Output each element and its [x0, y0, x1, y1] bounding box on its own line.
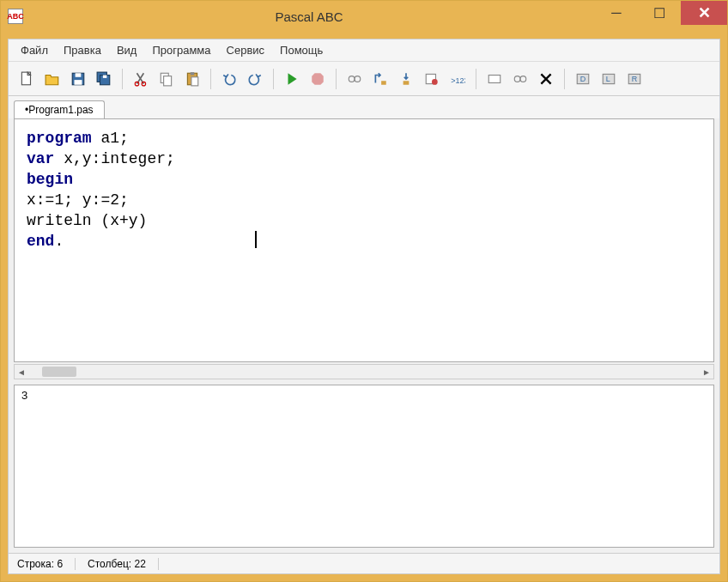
inner-frame: Файл Правка Вид Программа Сервис Помощь [8, 39, 720, 574]
status-col-value: 22 [134, 558, 145, 570]
svg-point-19 [432, 79, 438, 85]
statusbar: Строка: 6 Столбец: 22 [9, 553, 719, 573]
watch-icon [487, 71, 502, 87]
tool-d2-icon: L [601, 71, 616, 87]
run-button[interactable] [281, 68, 303, 90]
new-file-button[interactable] [15, 68, 38, 90]
step-over-icon [373, 71, 388, 87]
save-all-button[interactable] [93, 68, 115, 90]
undo-button[interactable] [218, 68, 240, 90]
svg-rect-3 [75, 80, 82, 85]
copy-button[interactable] [155, 68, 178, 90]
svg-rect-13 [191, 76, 198, 85]
status-line: Строка: 6 [17, 558, 76, 570]
redo-button[interactable] [244, 68, 266, 90]
new-file-icon [19, 71, 34, 87]
toolbar-separator [564, 69, 565, 89]
toolbar-separator [336, 69, 337, 89]
locals-button[interactable] [509, 68, 531, 90]
code-keyword: begin [27, 171, 73, 188]
minimize-button[interactable]: ─ [595, 1, 638, 25]
redo-icon [247, 71, 263, 87]
breakpoint-button[interactable] [421, 68, 443, 90]
cut-icon [133, 71, 149, 87]
scroll-right-arrow[interactable]: ► [700, 365, 713, 379]
maximize-button[interactable]: ☐ [638, 1, 681, 25]
breakpoint-icon [424, 71, 440, 87]
locals-icon [513, 71, 528, 87]
menu-view[interactable]: Вид [110, 41, 144, 59]
tool-d1-button[interactable]: D [572, 68, 594, 90]
svg-rect-21 [488, 75, 500, 82]
step-into-button[interactable] [395, 68, 417, 90]
tool-d3-button[interactable]: R [623, 68, 646, 90]
open-file-button[interactable] [41, 68, 64, 90]
status-col-label: Столбец: [88, 558, 131, 570]
menu-edit[interactable]: Правка [57, 41, 108, 59]
horizontal-scrollbar[interactable]: ◄ ► [14, 364, 714, 379]
status-line-value: 6 [57, 558, 63, 570]
menu-help[interactable]: Помощь [273, 41, 330, 59]
svg-point-15 [355, 76, 361, 82]
step-over-button[interactable] [369, 68, 391, 90]
eval-icon: >123 [450, 71, 465, 87]
paste-button[interactable] [181, 68, 203, 90]
tool-d1-icon: D [575, 71, 591, 87]
close-button[interactable]: ✕ [681, 1, 727, 25]
code-text: . [54, 233, 64, 250]
titlebar: ABC Pascal ABC ─ ☐ ✕ [1, 1, 727, 32]
menu-file[interactable]: Файл [14, 41, 55, 59]
output-panel[interactable]: 3 [14, 385, 714, 548]
scroll-left-arrow[interactable]: ◄ [15, 365, 28, 379]
save-button[interactable] [67, 68, 89, 90]
watch-button[interactable] [483, 68, 506, 90]
svg-point-23 [520, 76, 526, 82]
delete-icon [538, 71, 554, 87]
open-file-icon [45, 71, 60, 87]
toolbar-separator [273, 69, 274, 89]
text-cursor [255, 231, 257, 248]
code-text: x,y:integer; [54, 150, 174, 167]
save-icon [70, 71, 86, 87]
toolbar-separator [122, 69, 123, 89]
svg-text:L: L [606, 75, 610, 83]
code-text: a1; [92, 130, 129, 147]
svg-rect-17 [403, 81, 410, 85]
save-all-icon [96, 71, 112, 87]
scroll-thumb[interactable] [42, 367, 76, 377]
code-editor[interactable]: program a1; var x,y:integer; begin x:=1;… [14, 118, 714, 362]
eval-button[interactable]: >123 [446, 68, 469, 90]
step-into-icon [398, 71, 414, 87]
svg-text:R: R [632, 75, 638, 83]
status-line-label: Строка: [17, 558, 54, 570]
menu-program[interactable]: Программа [145, 41, 217, 59]
window-title: Pascal ABC [23, 9, 595, 24]
code-text: writeln (x+y) [27, 212, 147, 229]
tabbar: •Program1.pas [9, 96, 719, 118]
app-icon: ABC [8, 9, 23, 24]
window-controls: ─ ☐ ✕ [595, 1, 727, 32]
menu-service[interactable]: Сервис [220, 41, 272, 59]
tab-program1[interactable]: •Program1.pas [14, 100, 105, 118]
tool-d2-button[interactable]: L [598, 68, 620, 90]
stop-button[interactable] [306, 68, 329, 90]
stop-icon [310, 71, 325, 87]
svg-rect-6 [103, 75, 107, 77]
toolbar: >123 D L R [9, 62, 719, 96]
step-icon [347, 71, 362, 87]
delete-button[interactable] [535, 68, 557, 90]
paste-icon [185, 71, 200, 87]
editor-panel: program a1; var x,y:integer; begin x:=1;… [9, 118, 719, 553]
svg-rect-16 [381, 81, 386, 85]
tool-d3-icon: R [627, 71, 642, 87]
code-keyword: end [27, 233, 54, 250]
svg-text:D: D [580, 75, 586, 83]
menubar: Файл Правка Вид Программа Сервис Помощь [9, 39, 719, 62]
toolbar-separator [210, 69, 211, 89]
status-column: Столбец: 22 [88, 558, 159, 570]
step-button[interactable] [343, 68, 366, 90]
output-text: 3 [21, 389, 707, 402]
code-text: x:=1; y:=2; [27, 191, 129, 209]
svg-rect-10 [164, 76, 172, 85]
cut-button[interactable] [130, 68, 152, 90]
